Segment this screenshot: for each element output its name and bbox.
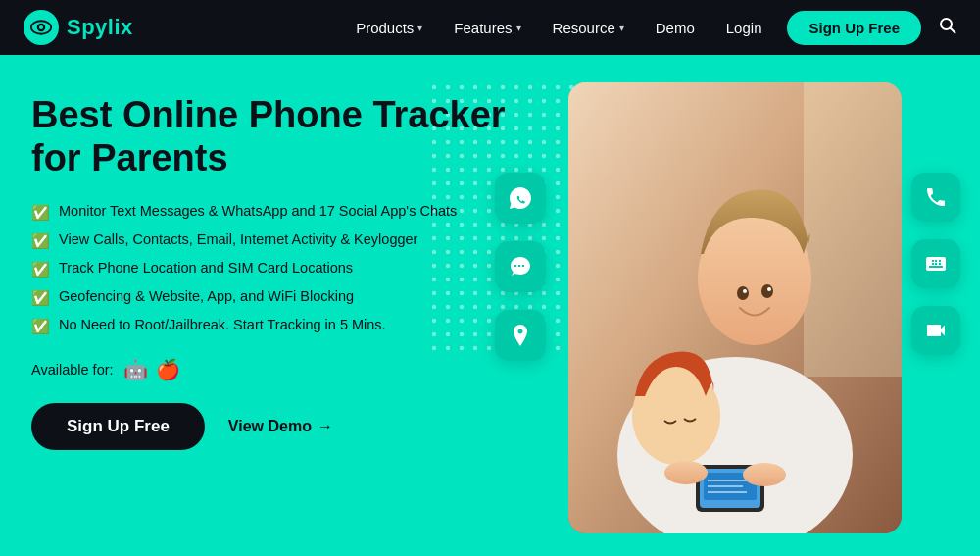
logo-text: Spylix bbox=[67, 15, 133, 40]
view-demo-link[interactable]: View Demo → bbox=[228, 418, 333, 435]
svg-point-23 bbox=[743, 463, 786, 486]
feature-item: ✅ Geofencing & Website, App, and WiFi Bl… bbox=[31, 286, 541, 308]
whatsapp-float-icon bbox=[495, 173, 546, 224]
svg-point-2 bbox=[39, 25, 43, 29]
nav-links: Products ▾ Features ▾ Resource ▾ Demo Lo… bbox=[342, 11, 956, 45]
svg-line-4 bbox=[951, 27, 956, 32]
android-icon: 🤖 bbox=[123, 358, 148, 381]
floating-icons-left bbox=[495, 173, 546, 361]
camera-float-icon bbox=[911, 306, 960, 355]
svg-point-11 bbox=[737, 286, 749, 300]
chevron-down-icon: ▾ bbox=[619, 23, 624, 33]
check-icon: ✅ bbox=[31, 287, 50, 308]
keyboard-float-icon bbox=[911, 239, 960, 288]
nav-item-products[interactable]: Products ▾ bbox=[342, 12, 436, 44]
hero-left: Best Online Phone Tracker for Parents ✅ … bbox=[31, 94, 541, 450]
apple-icon: 🍎 bbox=[156, 358, 180, 381]
hero-photo-inner bbox=[568, 82, 902, 533]
check-icon: ✅ bbox=[31, 202, 50, 223]
feature-item: ✅ Monitor Text Messages & WhatsApp and 1… bbox=[31, 201, 541, 223]
logo[interactable]: Spylix bbox=[24, 10, 133, 45]
phone-float-icon bbox=[911, 173, 960, 222]
nav-signup-button[interactable]: Sign Up Free bbox=[787, 11, 921, 45]
nav-item-resource[interactable]: Resource ▾ bbox=[539, 12, 638, 44]
hero-photo bbox=[568, 82, 902, 533]
feature-list: ✅ Monitor Text Messages & WhatsApp and 1… bbox=[31, 201, 541, 336]
svg-point-22 bbox=[664, 461, 708, 484]
svg-point-13 bbox=[743, 289, 747, 293]
available-for: Available for: 🤖 🍎 bbox=[31, 358, 541, 381]
check-icon: ✅ bbox=[31, 230, 50, 251]
nav-item-login[interactable]: Login bbox=[712, 12, 776, 44]
hero-title: Best Online Phone Tracker for Parents bbox=[31, 94, 541, 179]
feature-item: ✅ No Need to Root/Jailbreak. Start Track… bbox=[31, 315, 541, 336]
nav-item-features[interactable]: Features ▾ bbox=[440, 12, 534, 44]
check-icon: ✅ bbox=[31, 316, 50, 336]
check-icon: ✅ bbox=[31, 259, 50, 279]
nav-item-demo[interactable]: Demo bbox=[642, 12, 709, 44]
svg-rect-8 bbox=[804, 82, 902, 377]
message-float-icon bbox=[495, 241, 546, 292]
hero-signup-button[interactable]: Sign Up Free bbox=[31, 403, 205, 450]
logo-icon bbox=[24, 10, 59, 45]
chevron-down-icon: ▾ bbox=[516, 23, 521, 33]
arrow-icon: → bbox=[318, 418, 333, 435]
floating-icons-right bbox=[911, 173, 960, 355]
hero-section: Best Online Phone Tracker for Parents ✅ … bbox=[0, 55, 980, 556]
chevron-down-icon: ▾ bbox=[417, 23, 422, 33]
search-icon[interactable] bbox=[939, 17, 956, 39]
hero-buttons: Sign Up Free View Demo → bbox=[31, 403, 541, 450]
svg-point-14 bbox=[767, 287, 771, 291]
navbar: Spylix Products ▾ Features ▾ Resource ▾ … bbox=[0, 0, 980, 55]
platform-icons: 🤖 🍎 bbox=[123, 358, 180, 381]
location-float-icon bbox=[495, 310, 546, 361]
feature-item: ✅ Track Phone Location and SIM Card Loca… bbox=[31, 258, 541, 279]
feature-item: ✅ View Calls, Contacts, Email, Internet … bbox=[31, 229, 541, 251]
svg-point-12 bbox=[761, 284, 773, 298]
